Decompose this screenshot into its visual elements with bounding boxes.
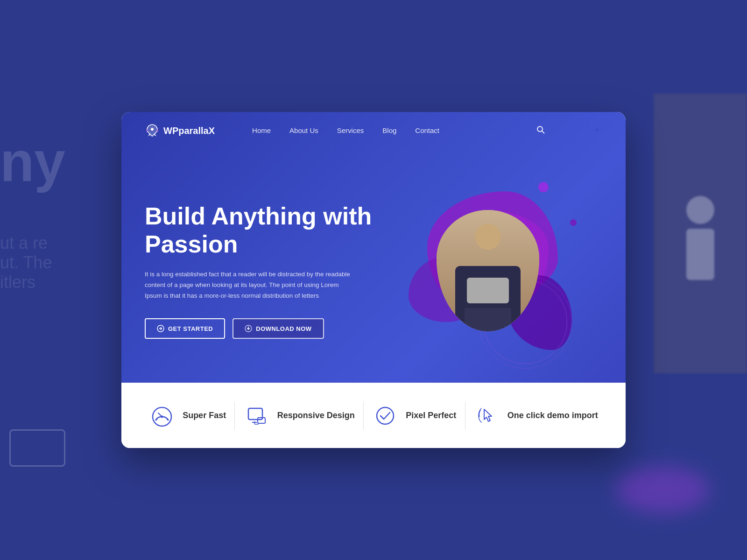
download-icon — [245, 325, 252, 332]
hero-title-line2: Passion — [145, 231, 238, 258]
feature-super-fast: Super Fast — [149, 403, 226, 429]
search-icon[interactable] — [536, 125, 545, 137]
feature-one-click: One click demo import — [474, 403, 598, 429]
divider-2 — [363, 402, 364, 430]
bg-person-right — [654, 93, 747, 373]
browser-window: WPparallaX Home About Us Services Blog C… — [121, 112, 626, 448]
hero-title: Build Anything with Passion — [145, 203, 374, 259]
blob-container — [399, 182, 577, 359]
logo-icon — [145, 123, 160, 138]
nav-services[interactable]: Services — [337, 126, 364, 134]
hero-description: It is a long established fact that a rea… — [145, 269, 350, 301]
nav-links: Home About Us Services Blog Contact — [252, 126, 439, 135]
blob-dot-1 — [538, 182, 549, 192]
person-head — [475, 224, 501, 250]
person-legs — [465, 308, 511, 331]
hero-buttons: GET STARTED DOWNLOAD NOW — [145, 318, 374, 339]
pointer-icon — [474, 403, 500, 429]
youtube-icon[interactable] — [592, 125, 602, 137]
svg-point-10 — [161, 415, 163, 418]
nav-contact[interactable]: Contact — [415, 126, 439, 134]
feature-responsive-label: Responsive Design — [277, 411, 355, 420]
responsive-icon — [244, 403, 270, 429]
feature-super-fast-label: Super Fast — [183, 411, 226, 420]
logo-text: WPparallaX — [163, 126, 215, 136]
divider-3 — [465, 402, 465, 430]
navbar: WPparallaX Home About Us Services Blog C… — [121, 112, 626, 149]
person-figure — [437, 210, 539, 331]
bg-decorative-text: ny — [0, 131, 65, 192]
hero-title-line1: Build Anything with — [145, 203, 372, 230]
svg-rect-1 — [686, 229, 714, 280]
feature-responsive: Responsive Design — [244, 403, 355, 429]
facebook-icon[interactable] — [555, 125, 564, 137]
hero-illustration — [374, 159, 602, 383]
speedometer-icon — [149, 403, 175, 429]
twitter-icon[interactable] — [573, 125, 583, 137]
svg-point-2 — [151, 128, 154, 131]
svg-marker-6 — [596, 128, 599, 131]
blob-dot-2 — [570, 219, 577, 226]
nav-home[interactable]: Home — [252, 126, 271, 134]
bg-decorative-subtext: ut a reut. Theitlers — [0, 233, 56, 292]
hero-text: Build Anything with Passion It is a long… — [145, 203, 374, 339]
feature-pixel-perfect: Pixel Perfect — [372, 403, 456, 429]
svg-point-0 — [686, 196, 714, 224]
svg-point-3 — [537, 126, 543, 132]
hero-person-image — [437, 210, 539, 331]
svg-point-14 — [377, 407, 394, 424]
person-laptop — [467, 278, 509, 303]
nav-right — [536, 125, 602, 137]
svg-rect-12 — [258, 418, 265, 423]
checkmark-icon — [372, 403, 398, 429]
bg-purple-blob — [616, 467, 710, 513]
nav-about[interactable]: About Us — [289, 126, 318, 134]
divider-1 — [234, 402, 235, 430]
svg-line-4 — [542, 131, 545, 133]
features-bar: Super Fast Responsive Design Pixel Perfe… — [121, 383, 626, 448]
get-started-icon — [157, 325, 164, 332]
logo-link[interactable]: WPparallaX — [145, 123, 215, 138]
hero-section: WPparallaX Home About Us Services Blog C… — [121, 112, 626, 383]
get-started-button[interactable]: GET STARTED — [145, 318, 225, 339]
nav-blog[interactable]: Blog — [382, 126, 396, 134]
download-now-button[interactable]: DOWNLOAD NOW — [233, 318, 324, 339]
feature-pixel-perfect-label: Pixel Perfect — [406, 411, 456, 420]
hero-content: Build Anything with Passion It is a long… — [121, 149, 626, 383]
bg-decorative-box — [9, 429, 65, 467]
feature-one-click-label: One click demo import — [507, 411, 598, 420]
